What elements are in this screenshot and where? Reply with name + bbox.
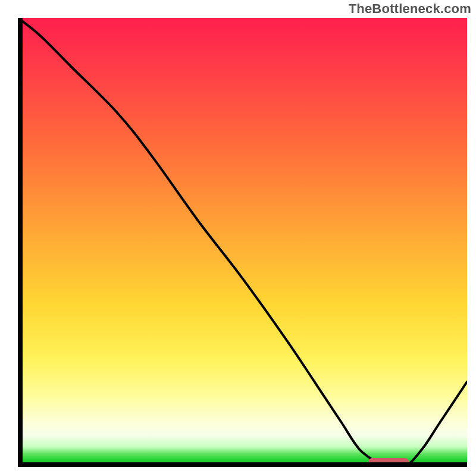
chart-container: TheBottleneck.com [0, 0, 476, 476]
bottleneck-curve [18, 18, 467, 467]
optimal-range-marker [368, 458, 409, 465]
plot-area [18, 18, 467, 467]
watermark-text: TheBottleneck.com [349, 1, 471, 17]
